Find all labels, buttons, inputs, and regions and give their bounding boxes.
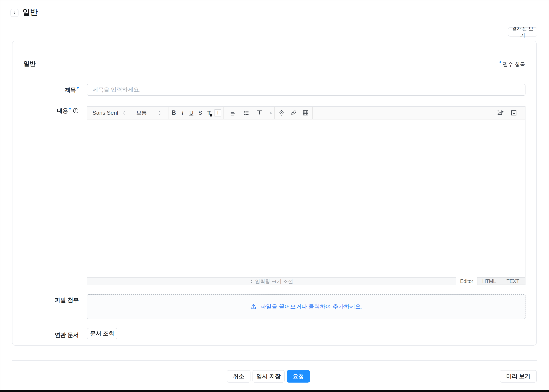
request-button[interactable]: 요청 [287,370,310,383]
insert-table-button[interactable] [300,107,311,119]
highlight-icon: T [215,109,221,117]
upload-icon [250,303,257,310]
chevron-left-icon [12,11,17,15]
image-icon [511,110,517,116]
save-draft-button[interactable]: 임시 저장 [253,370,285,383]
font-family-select[interactable]: Sans Serif [87,107,130,119]
window-bottom-edge [0,390,549,392]
tab-editor[interactable]: Editor [456,277,477,285]
insert-link-button[interactable] [288,107,300,119]
dropzone-text: 파일을 끌어오거나 클릭하여 추가하세요. [260,303,362,310]
strikethrough-button[interactable]: S [196,107,205,119]
required-dot [77,87,79,89]
info-icon[interactable] [73,108,79,114]
select-arrows-icon [158,110,161,116]
bullet-list-icon [243,110,249,116]
line-height-icon [257,110,263,116]
tab-html[interactable]: HTML [477,277,501,285]
underline-icon: U [189,110,193,116]
align-icon [230,110,236,116]
resize-handle-icon [250,279,253,284]
align-button[interactable] [226,107,240,119]
bullet-list-button[interactable] [240,107,253,119]
editor-content-area[interactable] [87,119,525,277]
font-size-select[interactable]: 보통 [130,107,168,119]
preview-button[interactable]: 미리 보기 [500,370,537,383]
back-button[interactable] [10,9,19,17]
font-family-value: Sans Serif [93,110,118,116]
text-color-button[interactable]: T [205,107,214,119]
footer-divider [12,360,537,361]
underline-button[interactable]: U [187,107,196,119]
title-input[interactable] [87,84,526,96]
tab-text[interactable]: TEXT [501,277,525,285]
link-icon [290,110,296,116]
line-height-button[interactable] [253,107,266,119]
media-group [497,107,525,119]
required-dot [499,61,501,63]
resize-label: 입력창 크기 조절 [255,278,293,285]
paragraph-group [224,107,267,119]
bold-button[interactable]: B [169,107,178,119]
page: 일반 결재선 보기 일반 필수 항목 제목 내용 Sans Serif [0,0,549,392]
italic-icon: I [181,109,184,117]
color-swatch [210,114,212,117]
editor-resize-handle[interactable]: 입력창 크기 조절 [87,277,456,285]
italic-button[interactable]: I [178,107,187,119]
required-note-label: 필수 항목 [503,61,525,68]
content-label: 내용 [13,107,79,114]
strikethrough-icon: S [198,110,202,116]
insert-image-button[interactable] [510,107,518,119]
approval-line-view-button[interactable]: 결재선 보기 [508,27,537,36]
editor-toolbar: Sans Serif 보통 B I U S T T [87,107,525,119]
font-size-value: 보통 [136,109,147,117]
select-arrows-icon [123,110,126,116]
section-divider [23,73,525,73]
special-char-icon [278,110,284,116]
file-dropzone[interactable]: 파일을 끌어오거나 클릭하여 추가하세요. [87,294,526,319]
insert-group [274,107,312,119]
rich-text-editor: Sans Serif 보통 B I U S T T [87,106,526,285]
format-group: B I U S T T [168,107,223,119]
bold-icon: B [172,109,176,117]
required-note: 필수 항목 [499,61,525,68]
form-card: 일반 필수 항목 제목 내용 Sans Serif 보통 [12,41,537,346]
required-dot [69,108,71,109]
section-title: 일반 [23,60,36,68]
image-edit-button[interactable] [497,107,505,119]
attachment-label: 파일 첨부 [13,297,79,303]
special-char-button[interactable] [275,107,288,119]
title-label: 제목 [13,87,79,93]
editor-bottom-bar: 입력창 크기 조절 Editor HTML TEXT [87,277,525,285]
toolbar-separator [312,107,313,119]
cancel-button[interactable]: 취소 [227,370,251,383]
related-docs-label: 연관 문서 [13,332,79,338]
more-options-button[interactable] [267,107,274,119]
document-search-button[interactable]: 문서 조회 [87,328,117,339]
table-icon [303,110,309,116]
page-title: 일반 [22,7,38,17]
image-edit-icon [497,109,504,117]
more-chevron-icon [268,110,273,115]
highlight-button[interactable]: T [214,107,222,119]
